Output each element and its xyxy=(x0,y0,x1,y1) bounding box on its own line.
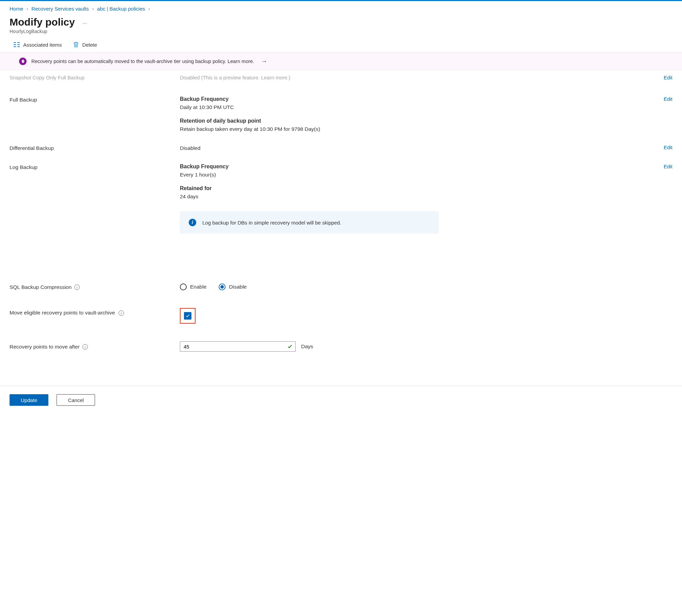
full-retention-value: Retain backup taken every day at 10:30 P… xyxy=(180,126,625,132)
breadcrumb-rsv[interactable]: Recovery Services vaults xyxy=(31,6,89,12)
list-icon xyxy=(14,42,20,47)
compression-disable-option[interactable]: Disable xyxy=(219,283,247,290)
differential-backup-section: Differential Backup Disabled Edit xyxy=(0,132,682,151)
log-backup-info-callout: i Log backup for DBs in simple recovery … xyxy=(180,211,439,234)
policy-name-subtitle: HourlyLogBackup xyxy=(0,29,682,38)
info-icon: i xyxy=(189,219,196,226)
move-archive-label-text: Move eligible recovery points to vault-a… xyxy=(10,310,115,315)
snapshot-backup-row-cutoff: Snapshot Copy Only Full Backup Disabled … xyxy=(0,70,682,84)
move-after-input[interactable] xyxy=(183,343,272,350)
radio-checked-icon xyxy=(219,283,226,290)
compression-enable-option[interactable]: Enable xyxy=(180,283,206,290)
snapshot-edit-link[interactable]: Edit xyxy=(664,75,672,80)
enable-label: Enable xyxy=(190,284,206,290)
archive-tier-notice[interactable]: Recovery points can be automatically mov… xyxy=(0,53,682,70)
chevron-right-icon: › xyxy=(27,6,28,11)
cancel-button[interactable]: Cancel xyxy=(57,394,95,406)
toolbar: Associated items Delete xyxy=(0,38,682,53)
valid-check-icon xyxy=(287,344,293,349)
log-retention-value: 24 days xyxy=(180,194,625,200)
breadcrumb: Home › Recovery Services vaults › abc | … xyxy=(0,1,682,15)
log-retention-heading: Retained for xyxy=(180,185,625,191)
full-backup-label: Full Backup xyxy=(10,96,180,103)
chevron-right-icon: › xyxy=(92,6,94,11)
differential-label: Differential Backup xyxy=(10,144,180,151)
disable-label: Disable xyxy=(229,284,247,290)
compression-section: SQL Backup Compression i Enable Disable xyxy=(0,275,682,290)
compression-label: SQL Backup Compression i xyxy=(10,283,180,290)
full-backup-section: Full Backup Backup Frequency Daily at 10… xyxy=(0,84,682,132)
check-icon xyxy=(185,313,190,318)
associated-items-label: Associated items xyxy=(23,42,62,48)
trash-icon xyxy=(73,42,79,48)
move-after-input-wrapper[interactable] xyxy=(180,341,296,352)
arrow-right-icon: → xyxy=(261,58,267,65)
differential-value: Disabled xyxy=(180,145,625,151)
log-backup-section: Log Backup Backup Frequency Every 1 hour… xyxy=(0,151,682,234)
associated-items-button[interactable]: Associated items xyxy=(14,42,62,48)
notice-text: Recovery points can be automatically mov… xyxy=(31,59,254,64)
snapshot-label: Snapshot Copy Only Full Backup xyxy=(10,74,180,80)
move-archive-checkbox-highlight xyxy=(180,308,196,324)
log-backup-edit-link[interactable]: Edit xyxy=(664,164,672,169)
info-icon[interactable]: i xyxy=(82,344,88,350)
update-button[interactable]: Update xyxy=(10,394,48,406)
move-archive-section: Move eligible recovery points to vault-a… xyxy=(0,290,682,324)
page-title: Modify policy xyxy=(10,16,75,28)
move-archive-label: Move eligible recovery points to vault-a… xyxy=(10,308,159,317)
full-freq-value: Daily at 10:30 PM UTC xyxy=(180,104,625,110)
delete-label: Delete xyxy=(82,42,97,48)
info-icon[interactable]: i xyxy=(119,310,124,316)
radio-unchecked-icon xyxy=(180,283,187,290)
full-retention-heading: Retention of daily backup point xyxy=(180,118,625,124)
breadcrumb-policies[interactable]: abc | Backup policies xyxy=(97,6,145,12)
log-callout-text: Log backup for DBs in simple recovery mo… xyxy=(202,220,341,226)
footer: Update Cancel xyxy=(0,386,682,414)
move-after-label: Recovery points to move after i xyxy=(10,343,180,350)
breadcrumb-home[interactable]: Home xyxy=(10,6,23,12)
move-archive-checkbox[interactable] xyxy=(184,312,191,320)
delete-button[interactable]: Delete xyxy=(73,42,97,48)
log-freq-value: Every 1 hour(s) xyxy=(180,172,625,178)
log-freq-heading: Backup Frequency xyxy=(180,164,625,170)
chevron-right-icon: › xyxy=(149,6,150,11)
rocket-icon xyxy=(19,58,27,65)
full-backup-edit-link[interactable]: Edit xyxy=(664,96,672,102)
full-freq-heading: Backup Frequency xyxy=(180,96,625,102)
info-icon[interactable]: i xyxy=(74,284,80,290)
log-backup-label: Log Backup xyxy=(10,164,180,170)
move-after-label-text: Recovery points to move after xyxy=(10,344,80,350)
compression-label-text: SQL Backup Compression xyxy=(10,284,72,290)
move-after-unit: Days xyxy=(301,343,313,350)
differential-edit-link[interactable]: Edit xyxy=(664,144,672,150)
move-after-section: Recovery points to move after i Days xyxy=(0,324,682,352)
more-actions-button[interactable]: … xyxy=(82,19,88,25)
snapshot-value: Disabled (This is a preview feature. Lea… xyxy=(180,75,625,80)
